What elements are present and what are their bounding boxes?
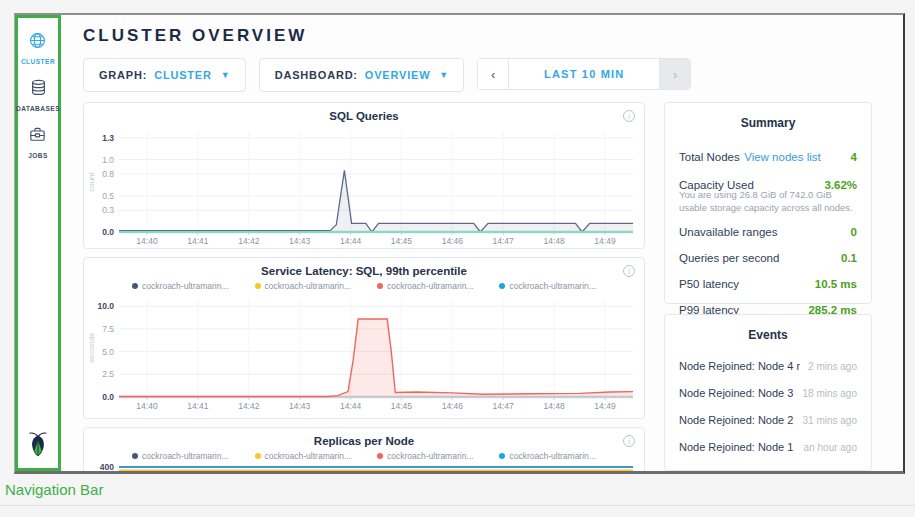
svg-text:1.3: 1.3 bbox=[102, 133, 114, 143]
sidebar-item-databases[interactable]: DATABASES bbox=[16, 78, 60, 112]
event-row[interactable]: Node Rejoined: Node 4 rej... 2 mins ago bbox=[679, 352, 857, 379]
summary-value: 10.5 ms bbox=[815, 278, 857, 290]
legend-item[interactable]: cockroach-ultramarin... bbox=[255, 451, 351, 461]
right-column: Summary Total Nodes View nodes list 4 Ca… bbox=[664, 102, 872, 471]
legend-item[interactable]: cockroach-ultramarin... bbox=[499, 451, 595, 461]
summary-panel: Summary Total Nodes View nodes list 4 Ca… bbox=[664, 102, 872, 304]
summary-row-total-nodes: Total Nodes View nodes list 4 bbox=[679, 140, 857, 172]
svg-text:0.3: 0.3 bbox=[102, 205, 114, 215]
svg-text:7.5: 7.5 bbox=[102, 324, 114, 334]
view-nodes-list-link[interactable]: View nodes list bbox=[744, 151, 821, 163]
sql-queries-chart-panel: SQL Queries i 14:4014:4114:4214:4314:441… bbox=[83, 102, 645, 249]
svg-text:14:48: 14:48 bbox=[543, 236, 565, 246]
summary-value: 0.1 bbox=[841, 252, 857, 264]
svg-text:0.0: 0.0 bbox=[102, 227, 114, 237]
dashboard-dropdown-value: OVERVIEW bbox=[365, 69, 431, 81]
svg-text:14:41: 14:41 bbox=[187, 236, 209, 246]
service-latency-chart: 14:4014:4114:4214:4314:4414:4514:4614:47… bbox=[87, 293, 641, 413]
chart-title: Service Latency: SQL, 99th percentile bbox=[87, 264, 641, 279]
sidebar-item-label: DATABASES bbox=[16, 105, 60, 112]
chart-title: Replicas per Node bbox=[87, 434, 641, 449]
summary-label: Total Nodes bbox=[679, 151, 740, 163]
legend-dot bbox=[255, 283, 261, 289]
time-range-label[interactable]: LAST 10 MIN bbox=[509, 59, 659, 89]
toolbar: GRAPH: CLUSTER ▼ DASHBOARD: OVERVIEW ▼ ‹… bbox=[83, 58, 903, 92]
legend-item[interactable]: cockroach-ultramarin... bbox=[377, 451, 473, 461]
summary-row-unavailable-ranges: Unavailable ranges 0 bbox=[679, 219, 857, 245]
summary-label: Queries per second bbox=[679, 252, 779, 264]
summary-row-queries-per-second: Queries per second 0.1 bbox=[679, 245, 857, 271]
sidebar-item-label: CLUSTER bbox=[21, 58, 55, 65]
legend-item[interactable]: cockroach-ultramarin... bbox=[132, 281, 228, 291]
cockroachdb-logo[interactable] bbox=[25, 429, 51, 462]
event-row[interactable]: Node Rejoined: Node 3 rej... 18 mins ago bbox=[679, 379, 857, 406]
info-icon[interactable]: i bbox=[623, 265, 635, 277]
svg-text:14:49: 14:49 bbox=[594, 401, 616, 411]
svg-text:10.0: 10.0 bbox=[97, 301, 114, 311]
chevron-down-icon: ▼ bbox=[221, 70, 230, 80]
svg-text:seconds: seconds bbox=[87, 333, 96, 363]
sidebar-item-cluster[interactable]: CLUSTER bbox=[21, 31, 55, 65]
replicas-per-node-chart-panel: Replicas per Node i cockroach-ultramarin… bbox=[83, 427, 645, 471]
divider bbox=[0, 505, 915, 506]
info-icon[interactable]: i bbox=[623, 435, 635, 447]
sidebar-item-jobs[interactable]: JOBS bbox=[28, 125, 48, 159]
legend-item[interactable]: cockroach-ultramarin... bbox=[499, 281, 595, 291]
info-icon[interactable]: i bbox=[623, 110, 635, 122]
event-text: Node Rejoined: Node 3 rej... bbox=[679, 387, 795, 399]
legend-item[interactable]: cockroach-ultramarin... bbox=[132, 451, 228, 461]
event-text: Node Rejoined: Node 4 rej... bbox=[679, 468, 796, 472]
chart-legend: cockroach-ultramarin... cockroach-ultram… bbox=[87, 281, 641, 291]
legend-label: cockroach-ultramarin... bbox=[509, 451, 595, 461]
dashboard-dropdown[interactable]: DASHBOARD: OVERVIEW ▼ bbox=[259, 58, 465, 92]
svg-text:14:40: 14:40 bbox=[136, 401, 158, 411]
graph-dropdown[interactable]: GRAPH: CLUSTER ▼ bbox=[83, 58, 246, 92]
legend-item[interactable]: cockroach-ultramarin... bbox=[255, 281, 351, 291]
legend-item[interactable]: cockroach-ultramarin... bbox=[377, 281, 473, 291]
svg-text:14:45: 14:45 bbox=[391, 236, 413, 246]
graph-dropdown-label: GRAPH: bbox=[99, 69, 147, 81]
dashboard-content: SQL Queries i 14:4014:4114:4214:4314:441… bbox=[83, 102, 903, 471]
screenshot-canvas: CLUSTER DATABASES bbox=[0, 0, 915, 517]
database-icon bbox=[29, 78, 48, 101]
navigation-bar: CLUSTER DATABASES bbox=[15, 15, 61, 471]
svg-text:5.0: 5.0 bbox=[102, 347, 114, 357]
sidebar-item-label: JOBS bbox=[28, 152, 48, 159]
legend-dot bbox=[132, 283, 138, 289]
event-time: an hour ago bbox=[804, 442, 857, 453]
annotation-navigation-bar-label: Navigation Bar bbox=[5, 481, 103, 498]
event-time: 31 mins ago bbox=[803, 415, 857, 426]
legend-label: cockroach-ultramarin... bbox=[142, 451, 228, 461]
graph-dropdown-value: CLUSTER bbox=[154, 69, 212, 81]
charts-column: SQL Queries i 14:4014:4114:4214:4314:441… bbox=[83, 102, 645, 471]
legend-dot bbox=[499, 283, 505, 289]
svg-text:14:46: 14:46 bbox=[442, 401, 464, 411]
page-title: CLUSTER OVERVIEW bbox=[83, 26, 903, 46]
event-text: Node Rejoined: Node 2 rej... bbox=[679, 414, 795, 426]
legend-label: cockroach-ultramarin... bbox=[265, 281, 351, 291]
event-text: Node Rejoined: Node 4 rej... bbox=[679, 360, 800, 372]
event-time: 18 mins ago bbox=[803, 388, 857, 399]
event-row[interactable]: Node Rejoined: Node 1 rej... an hour ago bbox=[679, 433, 857, 460]
summary-row-p50-latency: P50 latency 10.5 ms bbox=[679, 271, 857, 297]
event-row[interactable]: Node Rejoined: Node 2 rej... 31 mins ago bbox=[679, 406, 857, 433]
svg-text:1.0: 1.0 bbox=[102, 155, 114, 165]
globe-icon bbox=[28, 31, 47, 54]
svg-text:0.5: 0.5 bbox=[102, 191, 114, 201]
event-time: 2 mins ago bbox=[808, 361, 857, 372]
svg-text:0.0: 0.0 bbox=[102, 392, 114, 402]
svg-text:14:41: 14:41 bbox=[187, 401, 209, 411]
summary-label: P50 latency bbox=[679, 278, 739, 290]
sql-queries-chart: 14:4014:4114:4214:4314:4414:4514:4614:47… bbox=[87, 126, 641, 248]
event-row[interactable]: Node Rejoined: Node 4 rej... an hour ago bbox=[679, 460, 857, 471]
event-time: an hour ago bbox=[804, 469, 857, 472]
summary-label: Unavailable ranges bbox=[679, 226, 777, 238]
svg-text:14:40: 14:40 bbox=[136, 236, 158, 246]
capacity-note: You are using 26.8 GiB of 742.0 GiB usab… bbox=[679, 189, 857, 215]
service-latency-chart-panel: Service Latency: SQL, 99th percentile i … bbox=[83, 257, 645, 419]
legend-dot bbox=[499, 453, 505, 459]
dashboard-dropdown-label: DASHBOARD: bbox=[275, 69, 358, 81]
time-range-prev-button[interactable]: ‹ bbox=[478, 59, 509, 89]
svg-text:14:43: 14:43 bbox=[289, 236, 311, 246]
events-title: Events bbox=[679, 328, 857, 342]
